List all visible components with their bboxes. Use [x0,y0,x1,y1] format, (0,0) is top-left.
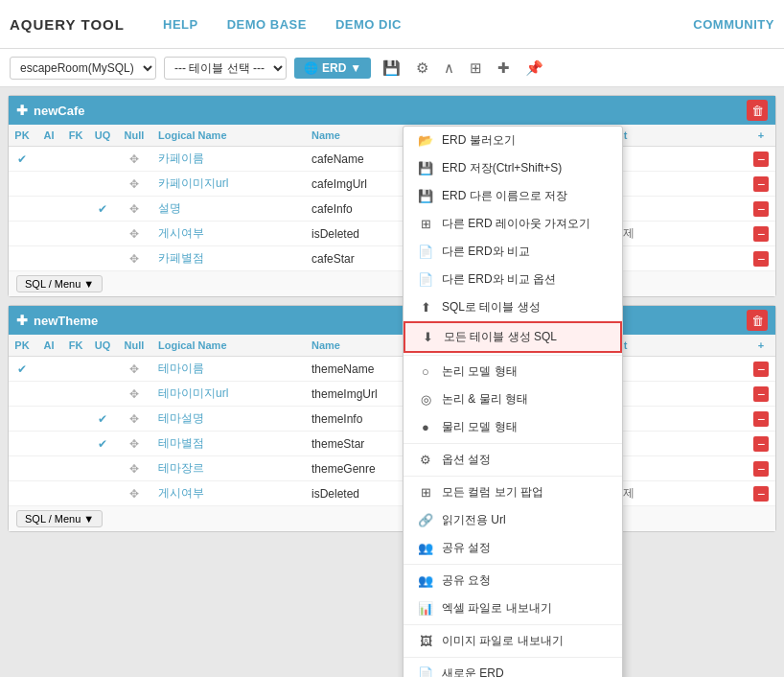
sql-menu-btn2[interactable]: SQL / Menu ▼ [16,510,103,527]
dropdown-item[interactable]: 💾ERD 다른 이름으로 저장 [404,182,622,210]
nav-help[interactable]: HELP [163,17,198,32]
erd-button[interactable]: 🌐 ERD ▼ [294,58,371,79]
ai-cell[interactable] [35,492,62,496]
pk-cell[interactable] [9,207,35,211]
ai-cell[interactable] [35,207,62,211]
uq-cell[interactable] [89,157,116,161]
db-select[interactable]: escapeRoom(MySQL) [10,57,156,80]
uq-cell[interactable] [89,232,116,236]
logical-name-cell[interactable]: 테마장르 [152,458,306,479]
ai-cell[interactable] [35,467,62,471]
logical-name-cell[interactable]: 카페이미지url [152,174,306,194]
col-add-btn[interactable]: + [747,128,775,143]
row-delete-btn[interactable]: − [753,362,769,377]
dropdown-item[interactable]: ●물리 모델 형태 [404,413,622,441]
table-delete-btn[interactable]: 🗑 [747,100,768,121]
ai-cell[interactable] [35,367,62,371]
row-delete-btn[interactable]: − [753,436,769,452]
pk-cell[interactable] [9,442,35,446]
dropdown-item[interactable]: 📄다른 ERD와 비교 옵션 [404,266,622,293]
drag-handle[interactable]: ✥ [116,410,152,428]
drag-handle[interactable]: ✥ [116,460,152,478]
dropdown-item[interactable]: ◎논리 & 물리 형태 [404,385,622,413]
ai-cell[interactable] [35,182,62,186]
uq-cell[interactable]: ✔ [89,200,116,218]
row-delete-btn[interactable]: − [753,386,769,402]
fk-cell[interactable] [62,257,89,261]
row-delete-btn[interactable]: − [753,176,769,192]
row-delete-btn[interactable]: − [753,461,769,477]
pk-cell[interactable] [9,232,35,236]
uq-cell[interactable] [89,367,116,371]
drag-handle[interactable]: ✥ [116,250,152,268]
drag-handle[interactable]: ✥ [116,385,152,403]
drag-handle[interactable]: ✥ [116,175,152,193]
drag-handle[interactable]: ✥ [116,200,152,218]
pk-cell[interactable] [9,492,35,496]
drag-handle[interactable]: ✥ [116,435,152,453]
pk-cell[interactable] [9,467,35,471]
ai-cell[interactable] [35,417,62,421]
dropdown-item[interactable]: 📄새로운 ERD [404,660,622,677]
pk-cell[interactable] [9,257,35,261]
logical-name-cell[interactable]: 게시여부 [152,223,306,244]
pk-cell[interactable]: ✔ [9,151,35,168]
ai-cell[interactable] [35,157,62,161]
nav-demo-dic[interactable]: DEMO DIC [335,17,402,32]
fk-cell[interactable] [62,492,89,496]
table-select[interactable]: --- 테이블 선택 --- [164,57,287,80]
dropdown-item[interactable]: 📊엑셀 파일로 내보내기 [404,595,622,622]
pk-cell[interactable] [9,182,35,186]
drag-handle[interactable]: ✥ [116,361,152,378]
fk-cell[interactable] [62,182,89,186]
row-delete-btn[interactable]: − [753,201,769,217]
dropdown-item[interactable]: 👥공유 설정 [404,534,622,562]
dropdown-item[interactable]: 👥공유 요청 [404,567,622,595]
nav-demo-base[interactable]: DEMO BASE [227,17,307,32]
uq-cell[interactable]: ✔ [89,410,116,428]
drag-handle[interactable]: ✥ [116,485,152,502]
uq-cell[interactable] [89,392,116,396]
logical-name-cell[interactable]: 테마이름 [152,359,306,379]
logical-name-cell[interactable]: 설명 [152,198,306,219]
up-icon-btn[interactable]: ∧ [440,58,458,79]
fk-cell[interactable] [62,392,89,396]
pk-cell[interactable]: ✔ [9,361,35,378]
ai-cell[interactable] [35,232,62,236]
grid-icon-btn[interactable]: ⊞ [466,58,486,79]
dropdown-item[interactable]: ⚙옵션 설정 [404,446,622,474]
fk-cell[interactable] [62,157,89,161]
row-delete-btn[interactable]: − [753,226,769,242]
fk-cell[interactable] [62,232,89,236]
table-delete-btn2[interactable]: 🗑 [747,310,768,331]
dropdown-item[interactable]: 💾ERD 저장(Ctrl+Shift+S) [404,154,622,182]
fk-cell[interactable] [62,367,89,371]
logical-name-cell[interactable]: 테마별점 [152,433,306,454]
fk-cell[interactable] [62,442,89,446]
logical-name-cell[interactable]: 테마이미지url [152,384,306,404]
drag-handle[interactable]: ✥ [116,151,152,168]
fk-cell[interactable] [62,417,89,421]
drag-handle[interactable]: ✥ [116,225,152,243]
ai-cell[interactable] [35,392,62,396]
col-add-btn2[interactable]: + [747,338,775,353]
uq-cell[interactable] [89,182,116,186]
sql-menu-btn[interactable]: SQL / Menu ▼ [16,275,103,292]
dropdown-item[interactable]: 📂ERD 불러오기 [404,127,622,154]
row-delete-btn[interactable]: − [753,411,769,427]
uq-cell[interactable] [89,492,116,496]
dropdown-item[interactable]: ⊞모든 컬럼 보기 팝업 [404,479,622,506]
fk-cell[interactable] [62,467,89,471]
dropdown-item[interactable]: 🔗읽기전용 Url [404,506,622,534]
dropdown-item[interactable]: 🖼이미지 파일로 내보내기 [404,627,622,655]
pin-icon-btn[interactable]: 📌 [521,58,547,79]
dropdown-item[interactable]: ⬆SQL로 테이블 생성 [404,293,622,321]
ai-cell[interactable] [35,442,62,446]
pk-cell[interactable] [9,417,35,421]
logical-name-cell[interactable]: 테마설명 [152,409,306,429]
dropdown-item[interactable]: 📄다른 ERD와 비교 [404,238,622,266]
row-delete-btn[interactable]: − [753,152,769,167]
save-icon-btn[interactable]: 💾 [379,58,404,79]
row-delete-btn[interactable]: − [753,486,769,502]
logical-name-cell[interactable]: 게시여부 [152,483,306,503]
